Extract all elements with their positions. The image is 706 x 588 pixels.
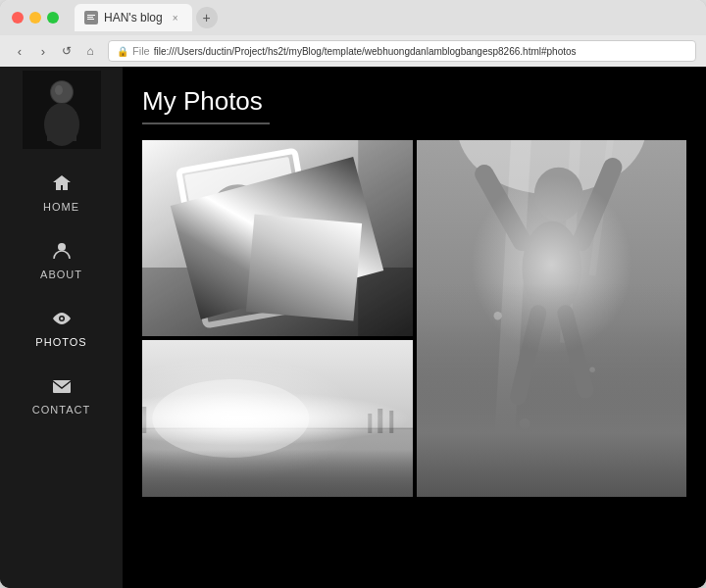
back-button[interactable]: ‹ xyxy=(10,41,29,61)
sidebar-item-contact[interactable]: CONTACT xyxy=(0,362,123,429)
svg-point-51 xyxy=(152,379,309,458)
svg-rect-42 xyxy=(142,340,413,497)
website-content: HOME ABOUT xyxy=(0,67,706,588)
svg-line-31 xyxy=(483,174,522,242)
svg-rect-50 xyxy=(142,428,413,497)
sidebar-item-photos[interactable]: PHOTOS xyxy=(0,294,123,362)
svg-rect-49 xyxy=(389,411,393,433)
minimize-button[interactable] xyxy=(29,12,41,24)
sidebar: HOME ABOUT xyxy=(0,67,123,588)
svg-line-32 xyxy=(581,168,613,242)
svg-line-25 xyxy=(497,140,525,497)
svg-rect-47 xyxy=(368,414,372,433)
new-tab-button[interactable]: + xyxy=(196,7,218,28)
eye-icon xyxy=(51,308,73,332)
traffic-lights xyxy=(12,12,59,24)
maximize-button[interactable] xyxy=(47,12,59,24)
photos-grid xyxy=(142,140,686,497)
svg-rect-15 xyxy=(53,380,71,393)
sidebar-item-contact-label: CONTACT xyxy=(32,404,90,416)
title-underline xyxy=(142,122,270,124)
photo-couple-car[interactable] xyxy=(142,140,413,336)
tab-area: HAN's blog × + xyxy=(75,4,694,31)
sidebar-item-about-label: ABOUT xyxy=(40,269,82,280)
svg-point-36 xyxy=(589,368,595,373)
svg-point-37 xyxy=(519,418,530,429)
svg-point-40 xyxy=(417,437,687,497)
sidebar-item-home-label: HOME xyxy=(43,201,79,213)
photo-3-visual xyxy=(142,340,413,497)
svg-point-38 xyxy=(616,475,622,481)
photo-underwater[interactable] xyxy=(417,140,687,497)
svg-rect-39 xyxy=(417,451,687,497)
svg-line-34 xyxy=(565,313,585,390)
sidebar-item-home[interactable]: HOME xyxy=(0,159,123,226)
security-lock-icon: 🔒 xyxy=(117,46,128,57)
svg-line-33 xyxy=(518,313,538,396)
nav-buttons: ‹ › ↺ ⌂ xyxy=(10,41,100,61)
sidebar-item-photos-label: PHOTOS xyxy=(35,336,86,348)
envelope-icon xyxy=(51,375,73,400)
address-bar: ‹ › ↺ ⌂ 🔒 File file:///Users/ductin/Proj… xyxy=(0,35,706,67)
svg-point-11 xyxy=(55,85,63,95)
svg-rect-3 xyxy=(87,19,94,20)
svg-rect-48 xyxy=(378,409,382,433)
svg-rect-2 xyxy=(87,17,93,18)
photo-1-visual xyxy=(142,140,413,336)
active-tab[interactable]: HAN's blog × xyxy=(75,4,192,31)
url-bar[interactable]: 🔒 File file:///Users/ductin/Project/hs2t… xyxy=(108,40,696,62)
avatar xyxy=(23,71,101,149)
forward-button[interactable]: › xyxy=(33,41,53,61)
url-text: file:///Users/ductin/Project/hs2t/myBlog… xyxy=(154,46,577,57)
title-bar: HAN's blog × + xyxy=(0,0,706,35)
svg-rect-24 xyxy=(417,140,687,497)
svg-point-20 xyxy=(262,197,328,280)
photo-landscape[interactable] xyxy=(142,340,413,497)
page-title: My Photos xyxy=(142,86,686,117)
person-icon xyxy=(51,240,73,265)
svg-rect-1 xyxy=(87,15,95,16)
sidebar-item-about[interactable]: ABOUT xyxy=(0,226,123,294)
close-button[interactable] xyxy=(12,12,24,24)
svg-point-12 xyxy=(58,243,66,251)
photo-2-visual xyxy=(417,140,687,497)
tab-close-button[interactable]: × xyxy=(169,11,182,24)
svg-point-30 xyxy=(522,221,581,316)
nav-items: HOME ABOUT xyxy=(0,159,123,429)
svg-point-35 xyxy=(493,312,501,319)
svg-point-29 xyxy=(533,168,582,221)
main-content: My Photos xyxy=(123,67,706,588)
home-button[interactable]: ⌂ xyxy=(80,41,100,61)
svg-point-19 xyxy=(199,179,282,278)
home-icon xyxy=(51,172,73,197)
tab-title: HAN's blog xyxy=(104,11,163,24)
tab-favicon-icon xyxy=(84,11,98,24)
browser-window: HAN's blog × + ‹ › ↺ ⌂ 🔒 File file:///Us… xyxy=(0,0,706,588)
refresh-button[interactable]: ↺ xyxy=(57,41,76,61)
file-label: File xyxy=(132,45,150,57)
svg-point-14 xyxy=(60,318,63,320)
svg-rect-46 xyxy=(142,407,146,433)
svg-rect-23 xyxy=(358,140,412,336)
